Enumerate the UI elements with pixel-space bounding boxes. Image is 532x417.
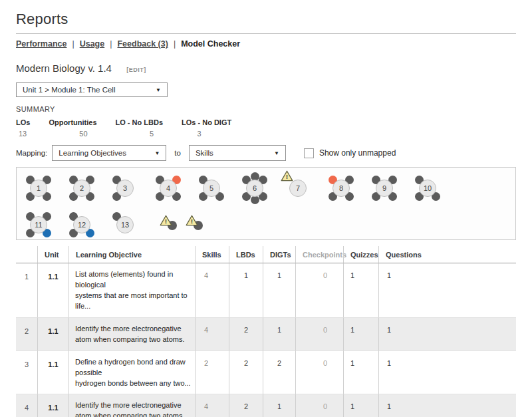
warning-mark: ! bbox=[160, 217, 172, 225]
cell-lbds: 2 bbox=[229, 350, 263, 394]
show-only-unmapped-label: Show only unmapped bbox=[319, 148, 396, 158]
lo-node-circle: 5 bbox=[203, 180, 220, 197]
cell-unit: 1.1 bbox=[37, 394, 68, 417]
cell-checkpoints: 0 bbox=[295, 350, 343, 394]
page-title: Reports bbox=[16, 11, 516, 28]
summary-stat-los-no-digt: LOs - No DIGT3 bbox=[182, 118, 231, 138]
summary-stat-lo-no-lbds: LO - No LBDs5 bbox=[116, 118, 164, 138]
warning-mark: ! bbox=[186, 217, 198, 225]
col-header-digts: DIGTs bbox=[263, 246, 295, 263]
cell-skills: 4 bbox=[195, 394, 229, 417]
diagram-row: 1234567!8910 bbox=[23, 173, 509, 204]
mapping-from-select[interactable]: Learning Objectives ▼ bbox=[52, 145, 166, 161]
cell-skills: 4 bbox=[195, 317, 229, 350]
lo-node-5[interactable]: 5 bbox=[196, 173, 227, 204]
warning-icon: ! bbox=[186, 215, 198, 226]
tab-feedback-3[interactable]: Feedback (3) bbox=[117, 39, 168, 49]
lo-node-6[interactable]: 6 bbox=[239, 173, 270, 204]
lo-node-10[interactable]: 10 bbox=[412, 173, 443, 204]
warning-mark: ! bbox=[281, 173, 293, 181]
cell-questions: 1 bbox=[378, 350, 516, 394]
lo-node-circle: 3 bbox=[116, 180, 134, 197]
cell-lo: List atoms (elements) found in biologica… bbox=[68, 263, 195, 317]
tab-separator: | bbox=[110, 39, 112, 49]
lo-node-3[interactable]: 3 bbox=[110, 173, 140, 204]
lo-node-8[interactable]: 8 bbox=[326, 173, 356, 204]
cell-checkpoints: 0 bbox=[295, 317, 343, 350]
cell-lo: Identify the more electronegative atom w… bbox=[68, 317, 195, 350]
lo-node-circle: 8 bbox=[332, 180, 350, 197]
summary-stat-label: Opportunities bbox=[49, 118, 96, 126]
unmapped-skill-item[interactable]: ! bbox=[160, 215, 181, 235]
cell-idx: 4 bbox=[16, 394, 37, 417]
lo-node-circle: 11 bbox=[30, 216, 47, 233]
cell-idx: 1 bbox=[16, 263, 37, 317]
cell-checkpoints: 0 bbox=[295, 263, 343, 317]
mapping-to-select[interactable]: Skills ▼ bbox=[189, 145, 286, 161]
mapping-row: Mapping: Learning Objectives ▼ to Skills… bbox=[16, 145, 516, 161]
lo-node-circle: 1 bbox=[30, 180, 47, 197]
module-select-value: Unit 1 > Module 1: The Cell bbox=[23, 86, 115, 94]
lo-node-circle: 13 bbox=[116, 216, 134, 233]
lo-node-7[interactable]: 7! bbox=[283, 173, 313, 204]
mapping-label: Mapping: bbox=[16, 149, 47, 157]
show-only-unmapped-checkbox[interactable] bbox=[304, 148, 314, 158]
summary-stat-label: LO - No LBDs bbox=[116, 118, 164, 126]
chevron-down-icon: ▼ bbox=[154, 150, 160, 156]
cell-skills: 4 bbox=[195, 263, 229, 317]
cell-lo: Define a hydrogen bond and draw possible… bbox=[68, 350, 195, 394]
cell-lbds: 2 bbox=[229, 394, 263, 417]
cell-unit: 1.1 bbox=[37, 263, 68, 317]
tab-separator: | bbox=[72, 39, 74, 49]
mapping-to-value: Skills bbox=[196, 149, 213, 157]
lo-node-circle: 2 bbox=[73, 180, 90, 197]
lo-node-2[interactable]: 2 bbox=[66, 173, 97, 204]
lo-node-circle: 9 bbox=[376, 180, 393, 197]
chevron-down-icon: ▼ bbox=[156, 87, 161, 93]
cell-idx: 2 bbox=[16, 317, 37, 350]
tab-model-checker[interactable]: Model Checker bbox=[181, 39, 240, 49]
lo-node-circle: 6 bbox=[246, 180, 263, 197]
course-row: Modern Biology v. 1.4 [EDIT] bbox=[16, 63, 516, 74]
cell-unit: 1.1 bbox=[37, 317, 68, 350]
lo-node-4[interactable]: 4 bbox=[153, 173, 184, 204]
warning-icon: ! bbox=[281, 170, 293, 182]
unmapped-skill-item[interactable]: ! bbox=[186, 215, 207, 235]
lo-node-11[interactable]: 11 bbox=[23, 209, 54, 240]
col-header-checkpoints: Checkpoints bbox=[295, 246, 343, 263]
summary-stat-label: LOs bbox=[16, 118, 30, 126]
lo-node-circle: 4 bbox=[160, 180, 177, 197]
chevron-down-icon: ▼ bbox=[274, 150, 279, 156]
edit-link[interactable]: [EDIT] bbox=[126, 67, 146, 73]
mapping-to-label: to bbox=[174, 149, 181, 157]
mapping-from-value: Learning Objectives bbox=[59, 149, 126, 157]
module-select[interactable]: Unit 1 > Module 1: The Cell ▼ bbox=[16, 82, 168, 97]
tab-bar: Performance|Usage|Feedback (3)|Model Che… bbox=[16, 39, 516, 49]
col-header-unit: Unit bbox=[37, 246, 68, 263]
summary-stats: LOs13Opportunities50LO - No LBDs5LOs - N… bbox=[16, 118, 516, 138]
col-header-quizzes: Quizzes bbox=[343, 246, 378, 263]
tab-usage[interactable]: Usage bbox=[80, 39, 105, 49]
cell-lo: Identify the more electronegative atom w… bbox=[68, 394, 195, 417]
cell-unit: 1.1 bbox=[37, 350, 68, 394]
summary-stat-los: LOs13 bbox=[16, 118, 30, 138]
model-checker-page: Reports Performance|Usage|Feedback (3)|M… bbox=[0, 0, 532, 417]
cell-quizzes: 1 bbox=[343, 317, 378, 350]
summary-stat-value: 50 bbox=[49, 130, 96, 138]
lo-node-9[interactable]: 9 bbox=[369, 173, 400, 204]
lo-node-1[interactable]: 1 bbox=[23, 173, 54, 204]
lo-node-12[interactable]: 12 bbox=[66, 209, 97, 240]
cell-questions: 1 bbox=[378, 263, 516, 317]
lo-node-13[interactable]: 13 bbox=[110, 209, 140, 240]
cell-checkpoints: 0 bbox=[295, 394, 343, 417]
cell-digts: 1 bbox=[263, 394, 295, 417]
title-divider bbox=[16, 33, 516, 34]
cell-idx: 3 bbox=[16, 350, 37, 394]
lo-table: UnitLearning ObjectiveSkillsLBDsDIGTsChe… bbox=[16, 246, 516, 417]
course-title: Modern Biology v. 1.4 bbox=[16, 63, 112, 74]
col-header-skills: Skills bbox=[195, 246, 229, 263]
summary-section: SUMMARY LOs13Opportunities50LO - No LBDs… bbox=[16, 105, 516, 138]
summary-stat-value: 13 bbox=[16, 130, 30, 138]
diagram-row: 111213!! bbox=[23, 209, 509, 240]
tab-performance[interactable]: Performance bbox=[16, 39, 66, 49]
